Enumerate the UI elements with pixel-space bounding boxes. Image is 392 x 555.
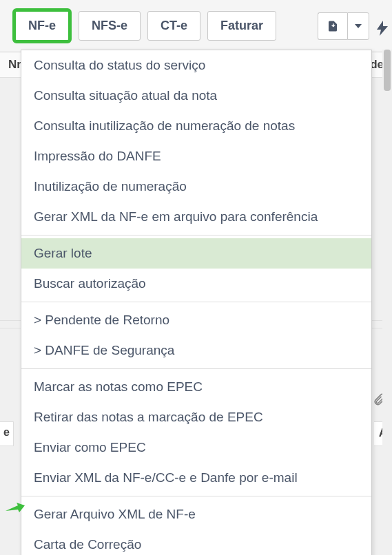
nfe-button[interactable]: NF-e xyxy=(12,8,72,43)
faturar-button[interactable]: Faturar xyxy=(207,11,276,41)
toolbar: NF-e NFS-e CT-e Faturar xyxy=(0,0,392,52)
caret-down-icon xyxy=(355,23,362,30)
export-icon xyxy=(327,20,339,32)
nfse-button[interactable]: NFS-e xyxy=(79,11,141,41)
bolt-icon[interactable] xyxy=(377,21,388,40)
bottom-left-cell: e xyxy=(0,421,14,446)
export-dropdown-button[interactable] xyxy=(347,12,369,40)
cte-button[interactable]: CT-e xyxy=(147,11,200,41)
menu-item-gerar-arquivo-xml[interactable]: Gerar Arquivo XML de NF-e xyxy=(21,499,371,530)
menu-item-inutilizacao-numeracao[interactable]: Inutilização de numeração xyxy=(21,171,371,202)
nfe-dropdown-menu: Consulta do status do serviço Consulta s… xyxy=(21,50,372,555)
menu-item-buscar-autorizacao[interactable]: Buscar autorização xyxy=(21,269,371,299)
menu-item-gerar-xml[interactable]: Gerar XML da NF-e em arquivo para confer… xyxy=(21,202,371,232)
export-button[interactable] xyxy=(318,12,347,40)
menu-item-danfe-seguranca[interactable]: > DANFE de Segurança xyxy=(21,335,371,366)
menu-item-gerar-lote[interactable]: Gerar lote xyxy=(21,238,371,269)
menu-separator xyxy=(21,496,371,496)
menu-item-carta-correcao[interactable]: Carta de Correção xyxy=(21,530,371,555)
annotation-arrow-icon xyxy=(6,501,25,516)
menu-item-enviar-epec[interactable]: Enviar como EPEC xyxy=(21,432,371,463)
menu-item-consulta-status[interactable]: Consulta do status do serviço xyxy=(21,50,371,81)
menu-item-consulta-inutilizacao[interactable]: Consulta inutilização de numeração de no… xyxy=(21,111,371,141)
menu-item-marcar-epec[interactable]: Marcar as notas como EPEC xyxy=(21,372,371,402)
menu-item-consulta-situacao[interactable]: Consulta situação atual da nota xyxy=(21,81,371,111)
scrollbar-thumb[interactable] xyxy=(384,50,391,91)
dropdown-scrollbar[interactable] xyxy=(382,50,392,555)
menu-separator xyxy=(21,368,371,369)
menu-separator xyxy=(21,235,371,235)
menu-item-impressao-danfe[interactable]: Impressão do DANFE xyxy=(21,141,371,171)
menu-item-pendente-retorno[interactable]: > Pendente de Retorno xyxy=(21,305,371,335)
menu-item-retirar-epec[interactable]: Retirar das notas a marcação de EPEC xyxy=(21,402,371,432)
menu-item-enviar-xml-email[interactable]: Enviar XML da NF-e/CC-e e Danfe por e-ma… xyxy=(21,463,371,493)
menu-separator xyxy=(21,302,371,302)
